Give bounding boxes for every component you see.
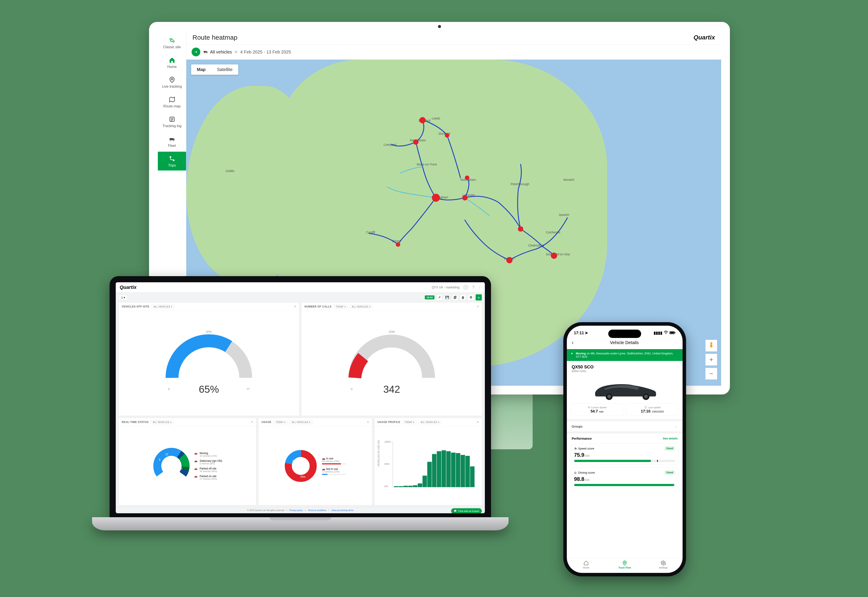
truck-icon	[204, 50, 208, 54]
filter-pill[interactable]: TODAY ▾	[334, 305, 348, 309]
toolbar-save-icon[interactable]: 💾	[444, 294, 450, 300]
see-details-link[interactable]: See details	[663, 437, 678, 440]
legend-row: 🚗 Not in use 17 vehicles (22%)	[322, 468, 346, 475]
zoom-out-button[interactable]: −	[705, 368, 717, 380]
svg-rect-55	[446, 451, 451, 487]
sidebar-item-home[interactable]: Home	[158, 53, 186, 72]
tab-track-fleet[interactable]: Track Fleet	[605, 560, 644, 569]
svg-point-0	[170, 39, 172, 40]
filter-pill[interactable]: TODAY ▾	[403, 420, 416, 424]
toolbar-delete-icon[interactable]: 🗑	[460, 294, 466, 300]
chat-button[interactable]: 💬 Chat with an Expert	[451, 508, 482, 513]
gauge-min: 0	[168, 388, 169, 391]
card-menu-icon[interactable]: ≡	[367, 420, 369, 424]
vehicle-image	[567, 374, 682, 404]
page-title: Route heatmap	[192, 34, 237, 41]
card-title: USAGE PROFILE	[378, 420, 400, 424]
svg-point-12	[204, 53, 205, 53]
wifi-icon	[664, 331, 668, 335]
chevron-down-icon: ⌄	[675, 424, 678, 428]
time-badge: 16:04	[425, 296, 434, 299]
svg-point-9	[173, 160, 174, 161]
card-menu-icon[interactable]: ≡	[477, 304, 479, 309]
map-type-map[interactable]: Map	[191, 64, 211, 75]
svg-rect-46	[403, 486, 408, 487]
svg-point-13	[207, 53, 207, 53]
car-icon: 🚗	[194, 475, 198, 478]
toolbar-settings-icon[interactable]: ⚙	[468, 294, 474, 300]
section-separator	[567, 431, 682, 434]
speed-icon: ◔	[574, 447, 577, 450]
date-range[interactable]: 4 Feb 2025 - 13 Feb 2025	[240, 49, 291, 55]
usage-donut: 22% 78%	[284, 450, 317, 483]
filter-pill[interactable]: TODAY ▾	[273, 420, 288, 424]
footer-link-dpa[interactable]: Data processing terms	[331, 509, 354, 511]
map-type-satellite[interactable]: Satellite	[211, 64, 238, 75]
sidebar-item-live[interactable]: Live tracking	[158, 73, 186, 92]
vehicle-filter[interactable]: All vehicles	[204, 49, 232, 55]
filter-pill[interactable]: ALL VEHICLES ▾	[152, 305, 174, 309]
sidebar-label: Home	[167, 65, 177, 69]
sidebar-item-trips[interactable]: Trips	[158, 151, 186, 171]
kebab-icon[interactable]: ⋮	[478, 285, 481, 289]
footer-link-terms[interactable]: Terms & conditions	[308, 509, 326, 511]
svg-text:50%: 50%	[385, 463, 389, 465]
svg-point-1	[172, 40, 174, 42]
filter-pill[interactable]: ALL VEHICLES ▾	[350, 305, 372, 309]
status-time: 17:11	[574, 331, 584, 335]
footer-link-privacy[interactable]: Privacy policy	[289, 509, 303, 511]
zoom-in-button[interactable]: +	[705, 354, 717, 365]
desktop-filter-bar: All vehicles 4 Feb 2025 - 13 Feb 2025	[186, 45, 721, 59]
toolbar-add-icon[interactable]: ≡	[476, 294, 482, 300]
page-selector[interactable]: 1 ▾	[119, 295, 128, 300]
footer-copyright: © 2025 Quartix Ltd. All rights reserved	[247, 509, 284, 511]
svg-rect-25	[710, 344, 712, 348]
legend-row: 🚗Stationary (ign ON)6 vehicles (8%)	[194, 459, 222, 465]
groups-row[interactable]: Groups ⌄	[567, 421, 682, 431]
card-menu-icon[interactable]: ≡	[477, 420, 479, 424]
card-menu-icon[interactable]: ≡	[294, 304, 296, 309]
map-controls: + −	[705, 340, 717, 380]
svg-point-22	[465, 175, 469, 180]
filter-pill[interactable]: ALL VEHICLES ▾	[290, 420, 312, 424]
svg-point-14	[419, 117, 425, 123]
sidebar-item-classic[interactable]: Classic site	[158, 33, 186, 52]
svg-point-17	[413, 140, 418, 145]
location-icon: ➤	[585, 331, 588, 335]
filter-go-button[interactable]	[192, 48, 200, 56]
pegman-icon[interactable]	[705, 340, 717, 352]
sidebar-item-routemap[interactable]: Route map	[158, 92, 186, 111]
account-name[interactable]: QTX UK - marketing	[432, 285, 459, 289]
tab-settings[interactable]: Settings	[644, 560, 682, 569]
routemap-icon	[168, 95, 176, 104]
svg-point-19	[551, 252, 557, 258]
svg-rect-49	[418, 484, 422, 487]
sidebar-label: Classic site	[163, 45, 181, 49]
tab-home[interactable]: Home	[567, 560, 605, 569]
car-icon: 🚗	[194, 459, 198, 462]
svg-point-21	[445, 133, 449, 137]
svg-text:8: 8	[159, 458, 161, 461]
filter-pill[interactable]: ALL VEHICLES ▾	[419, 420, 441, 424]
card-menu-icon[interactable]: ≡	[251, 420, 253, 424]
usage-legend: 🚗 In use 60 vehicles (78%) 🚗 Not in use …	[322, 457, 346, 475]
gauge-top-label: 50%	[206, 330, 212, 333]
svg-point-24	[710, 342, 712, 344]
sidebar-item-fleet[interactable]: Fleet	[158, 132, 186, 151]
car-icon: 🚗	[194, 467, 198, 470]
svg-point-2	[171, 79, 173, 80]
gauge-calls	[346, 332, 438, 382]
svg-rect-59	[465, 456, 470, 487]
avatar[interactable]	[463, 285, 469, 290]
signal-icon: ▮▮▮▮	[654, 331, 662, 335]
back-button[interactable]: ‹	[572, 339, 574, 346]
filter-pill[interactable]: ALL VEHICLES ▾	[151, 420, 173, 424]
toolbar-export-icon[interactable]: ↗	[436, 294, 442, 300]
gauge-value: 342	[346, 383, 438, 395]
help-icon[interactable]: ?	[472, 285, 474, 290]
toolbar-copy-icon[interactable]: 🗐	[452, 294, 458, 300]
status-dot	[235, 51, 237, 53]
section-separator	[567, 419, 682, 421]
sidebar-item-trackinglog[interactable]: Tracking log	[158, 112, 186, 131]
legend-row: 🚗Parked off site34 vehicles (44%)	[194, 467, 222, 472]
